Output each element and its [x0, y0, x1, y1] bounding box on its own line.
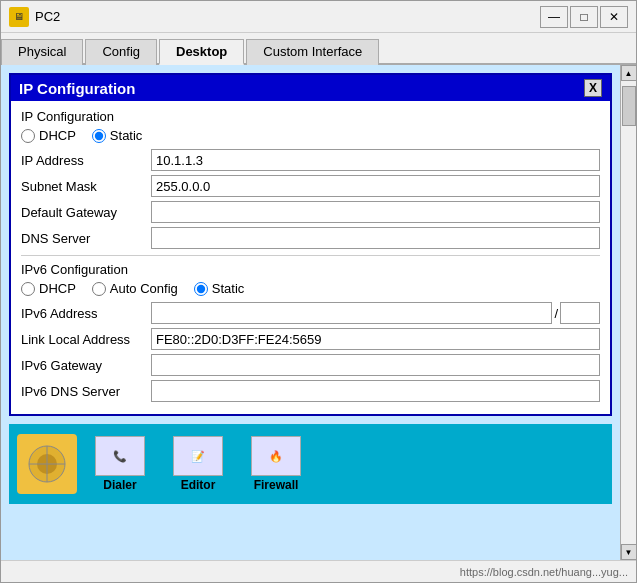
tab-config[interactable]: Config — [85, 39, 157, 65]
section-divider — [21, 255, 600, 256]
ipv6-dhcp-label: DHCP — [39, 281, 76, 296]
dialer-icon: 📞 — [95, 436, 145, 476]
ip-config-header: IP Configuration X — [11, 75, 610, 101]
ip-config-panel: IP Configuration X IP Configuration DHCP — [9, 73, 612, 416]
ipv6-dhcp-option: DHCP — [21, 281, 76, 296]
scroll-up-button[interactable]: ▲ — [621, 65, 637, 81]
ipv4-dhcp-label: DHCP — [39, 128, 76, 143]
subnet-mask-row: Subnet Mask — [21, 175, 600, 197]
subnet-mask-label: Subnet Mask — [21, 179, 151, 194]
dns-server-row: DNS Server — [21, 227, 600, 249]
ipv6-radio-row: DHCP Auto Config Static — [21, 281, 600, 296]
ipv6-dhcp-radio[interactable] — [21, 282, 35, 296]
ip-config-close-button[interactable]: X — [584, 79, 602, 97]
editor-icon: 📝 — [173, 436, 223, 476]
tab-physical[interactable]: Physical — [1, 39, 83, 65]
ipv6-dns-label: IPv6 DNS Server — [21, 384, 151, 399]
ipv6-address-row: IPv6 Address / — [21, 302, 600, 324]
scrollbar[interactable]: ▲ ▼ — [620, 65, 636, 560]
dns-server-label: DNS Server — [21, 231, 151, 246]
main-panel: IP Configuration X IP Configuration DHCP — [1, 65, 620, 560]
link-local-label: Link Local Address — [21, 332, 151, 347]
bottom-bar: 📞 Dialer 📝 Editor 🔥 Firewall — [9, 424, 612, 504]
ipv6-auto-radio[interactable] — [92, 282, 106, 296]
ipv6-static-label: Static — [212, 281, 245, 296]
pc-icon — [17, 434, 77, 494]
default-gateway-row: Default Gateway — [21, 201, 600, 223]
ipv4-static-label: Static — [110, 128, 143, 143]
ipv6-static-radio[interactable] — [194, 282, 208, 296]
editor-label: Editor — [181, 478, 216, 492]
title-bar-controls: — □ ✕ — [540, 6, 628, 28]
ipv6-dns-input[interactable] — [151, 380, 600, 402]
tab-bar: Physical Config Desktop Custom Interface — [1, 33, 636, 65]
content-area: IP Configuration X IP Configuration DHCP — [1, 65, 636, 560]
link-local-row: Link Local Address — [21, 328, 600, 350]
firewall-label: Firewall — [254, 478, 299, 492]
ip-config-body: IP Configuration DHCP Static IP Address — [11, 101, 610, 414]
minimize-button[interactable]: — — [540, 6, 568, 28]
ipv4-dhcp-option: DHCP — [21, 128, 76, 143]
default-gateway-label: Default Gateway — [21, 205, 151, 220]
window-close-button[interactable]: ✕ — [600, 6, 628, 28]
ipv6-prefix-input[interactable] — [560, 302, 600, 324]
ipv6-address-label: IPv6 Address — [21, 306, 151, 321]
title-bar: 🖥 PC2 — □ ✕ — [1, 1, 636, 33]
scroll-down-button[interactable]: ▼ — [621, 544, 637, 560]
ipv6-section-label: IPv6 Configuration — [21, 262, 600, 277]
status-url: https://blog.csdn.net/huang...yug... — [9, 566, 628, 578]
ipv6-auto-option: Auto Config — [92, 281, 178, 296]
ipv4-section-label: IP Configuration — [21, 109, 600, 124]
ipv4-radio-row: DHCP Static — [21, 128, 600, 143]
dns-server-input[interactable] — [151, 227, 600, 249]
window-icon: 🖥 — [9, 7, 29, 27]
ipv4-static-radio[interactable] — [92, 129, 106, 143]
tab-desktop[interactable]: Desktop — [159, 39, 244, 65]
dialer-label: Dialer — [103, 478, 136, 492]
ipv4-static-option: Static — [92, 128, 143, 143]
ipv6-gateway-label: IPv6 Gateway — [21, 358, 151, 373]
firewall-app[interactable]: 🔥 Firewall — [241, 436, 311, 492]
ipv6-gateway-row: IPv6 Gateway — [21, 354, 600, 376]
dialer-app[interactable]: 📞 Dialer — [85, 436, 155, 492]
ip-address-label: IP Address — [21, 153, 151, 168]
scroll-thumb[interactable] — [622, 86, 636, 126]
maximize-button[interactable]: □ — [570, 6, 598, 28]
link-local-input[interactable] — [151, 328, 600, 350]
window-title: PC2 — [35, 9, 540, 24]
ipv4-dhcp-radio[interactable] — [21, 129, 35, 143]
scroll-track[interactable] — [621, 81, 636, 544]
ip-config-title: IP Configuration — [19, 80, 135, 97]
ip-address-input[interactable] — [151, 149, 600, 171]
editor-app[interactable]: 📝 Editor — [163, 436, 233, 492]
ipv6-gateway-input[interactable] — [151, 354, 600, 376]
window: 🖥 PC2 — □ ✕ Physical Config Desktop Cust… — [0, 0, 637, 583]
default-gateway-input[interactable] — [151, 201, 600, 223]
subnet-mask-input[interactable] — [151, 175, 600, 197]
ipv6-auto-label: Auto Config — [110, 281, 178, 296]
ipv6-static-option: Static — [194, 281, 245, 296]
ipv6-dns-row: IPv6 DNS Server — [21, 380, 600, 402]
status-bar: https://blog.csdn.net/huang...yug... — [1, 560, 636, 582]
ipv6-slash: / — [552, 306, 560, 321]
ipv6-address-input[interactable] — [151, 302, 552, 324]
ip-address-row: IP Address — [21, 149, 600, 171]
tab-custom-interface[interactable]: Custom Interface — [246, 39, 379, 65]
firewall-icon: 🔥 — [251, 436, 301, 476]
